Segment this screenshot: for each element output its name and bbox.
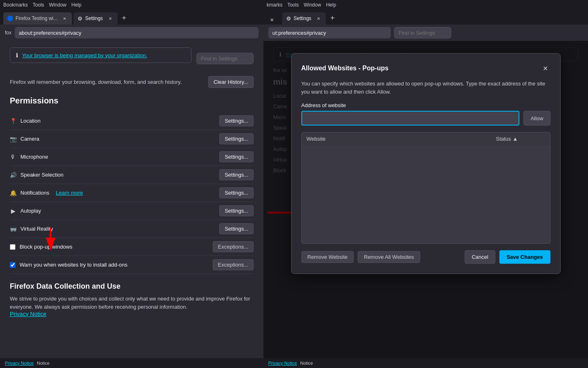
permission-label: Camera [20,136,39,142]
allow-button[interactable]: Allow [523,111,550,126]
permission-label: Location [20,118,40,124]
modal-input-row: Allow [301,111,550,126]
modal-footer: Remove Website Remove All Websites Cance… [301,250,550,264]
firefox-icon [7,16,13,21]
right-menu-bar: kmarks Tools Window Help [263,0,588,10]
right-browser-panel: kmarks Tools Window Help ✕ ⚙ Settings ✕ … [263,0,588,368]
right-menu-bookmarks[interactable]: kmarks [267,2,283,8]
notifications-learn-more-link[interactable]: Learn more [56,190,83,196]
red-arrow-down [34,226,67,250]
address-bar-input[interactable] [15,27,258,38]
col-website: Website [307,136,496,142]
warn-addons-label: Warn you when websites try to install ad… [20,262,127,268]
location-settings-btn[interactable]: Settings... [219,115,254,126]
right-menu-tools[interactable]: Tools [287,2,299,8]
right-menu-help[interactable]: Help [326,2,336,8]
modal-close-button[interactable]: ✕ [541,63,550,73]
left-notice-bar: Privacy Notice Notice [0,358,263,368]
right-new-tab-btn[interactable]: + [327,13,337,23]
permission-notifications: 🔔 Notifications Learn more Settings... [10,184,254,202]
notification-bar: ℹ Your browser is being managed by your … [10,47,192,63]
tab-settings[interactable]: ⚙ Settings ✕ [74,12,117,25]
vr-icon: 🥽 [10,226,16,232]
right-tab-label: Settings [294,16,311,21]
menu-help[interactable]: Help [71,2,82,8]
speaker-settings-btn[interactable]: Settings... [219,169,254,180]
right-find-input[interactable] [394,27,451,38]
tab-firefox-testing[interactable]: Firefox Testing wi... ✕ [3,12,72,25]
right-address-input[interactable] [268,27,391,38]
save-changes-button[interactable]: Save Changes [499,250,550,264]
websites-table: Website Status ▲ [301,132,550,244]
permission-speaker: 🔊 Speaker Selection Settings... [10,166,254,184]
tab-close-btn[interactable]: ✕ [61,15,68,22]
history-text: Firefox will remember your browsing, dow… [10,79,182,85]
right-address-row [263,25,588,41]
tab-label: Settings [85,16,102,21]
block-popups-exceptions-btn[interactable]: Exceptions... [213,241,254,252]
right-menu-window[interactable]: Window [304,2,321,8]
warn-addons-checkbox[interactable] [10,262,16,268]
camera-settings-btn[interactable]: Settings... [219,133,254,144]
address-of-website-label: Address of website [301,102,550,108]
right-notice-bar: Privacy Notice Notice [263,358,588,368]
vr-settings-btn[interactable]: Settings... [219,223,254,234]
website-address-input[interactable] [301,111,520,126]
modal-description: You can specify which websites are allow… [301,80,550,96]
remove-all-websites-button[interactable]: Remove All Websites [358,251,420,263]
autoplay-icon: ▶ [10,208,16,214]
browser-label-fox: fox [5,30,11,36]
location-icon: 📍 [10,118,16,124]
right-tab-settings[interactable]: ⚙ Settings ✕ [282,12,326,25]
permission-label: Microphone [20,154,48,160]
left-browser-panel: Bookmarks Tools Window Help Firefox Test… [0,0,263,368]
clear-history-button[interactable]: Clear History... [208,76,254,88]
notifications-settings-btn[interactable]: Settings... [219,187,254,198]
right-background-content: ℹ Your browser is being managed by your … [263,41,588,358]
menu-bookmarks[interactable]: Bookmarks [3,2,28,8]
warn-addons-exceptions-btn[interactable]: Exceptions... [213,259,254,270]
permission-label: Speaker Selection [20,172,64,178]
footer-action-btns: Cancel Save Changes [465,250,550,264]
left-tab-bar: Firefox Testing wi... ✕ ⚙ Settings ✕ + [0,10,263,25]
modal-title: Allowed Websites - Pop-ups [301,65,389,72]
right-privacy-notice-link[interactable]: Privacy Notice [268,361,297,366]
find-in-settings-input[interactable] [196,53,254,64]
permission-label: Notifications [20,190,49,196]
camera-icon: 📷 [10,136,16,142]
settings-gear-icon: ⚙ [78,16,82,22]
menu-tools[interactable]: Tools [33,2,44,8]
footer-remove-btns: Remove Website Remove All Websites [301,251,420,263]
cancel-button[interactable]: Cancel [465,250,495,264]
permission-location: 📍 Location Settings... [10,112,254,130]
remove-website-button[interactable]: Remove Website [301,251,354,263]
clear-history-row: Firefox will remember your browsing, dow… [10,76,254,88]
data-collection-title: Firefox Data Collection and Use [10,282,254,291]
right-tab-bar: ✕ ⚙ Settings ✕ + [263,10,588,25]
modal-header: Allowed Websites - Pop-ups ✕ [301,63,550,73]
notice-label: Notice [37,361,49,366]
right-tab-close-btn[interactable]: ✕ [315,15,322,22]
table-body [302,145,550,243]
permission-label: Autoplay [20,208,41,214]
microphone-settings-btn[interactable]: Settings... [219,151,254,162]
left-address-bar-row: fox [0,25,263,41]
permission-microphone: 🎙 Microphone Settings... [10,148,254,166]
left-content-area: ℹ Your browser is being managed by your … [0,41,263,358]
col-status[interactable]: Status ▲ [496,136,545,142]
privacy-notice-bottom-link[interactable]: Privacy Notice [5,361,33,366]
tab-close-btn[interactable]: ✕ [107,15,114,22]
autoplay-settings-btn[interactable]: Settings... [219,205,254,216]
sort-chevron-icon: ▲ [512,136,518,142]
menu-window[interactable]: Window [49,2,67,8]
org-managed-link[interactable]: Your browser is being managed by your or… [22,52,147,58]
tab-label: Firefox Testing wi... [16,16,57,21]
privacy-notice-link[interactable]: Privacy Notice [10,311,46,317]
speaker-icon: 🔊 [10,172,16,178]
right-tab-close-x[interactable]: ✕ [270,17,274,23]
notification-icon: 🔔 [10,190,16,196]
new-tab-button[interactable]: + [119,13,129,23]
permission-camera: 📷 Camera Settings... [10,130,254,148]
block-popups-checkbox[interactable] [10,244,16,250]
right-close-icon-area: ✕ [267,16,277,25]
